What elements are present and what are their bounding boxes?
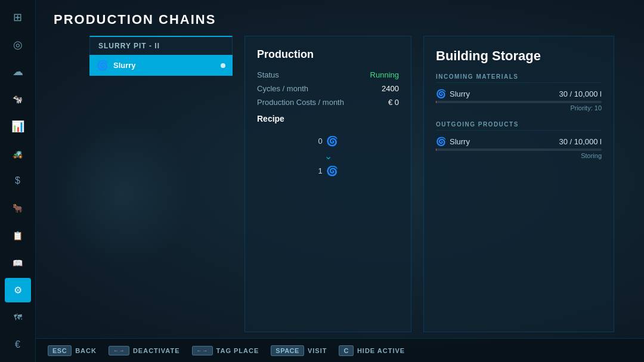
sidebar-item-overview[interactable]: ⊞ <box>5 5 31 30</box>
outgoing-products-label: OUTGOING PRODUCTS <box>436 121 602 131</box>
hide-label: HIDE ACTIVE <box>357 347 405 354</box>
sidebar-item-map[interactable]: 🗺 <box>5 305 31 330</box>
key-action-esc: ESC BACK <box>48 345 97 356</box>
status-value: Running <box>370 70 399 79</box>
recipe-input-item: 0 🌀 <box>318 135 338 147</box>
cycles-label: Cycles / month <box>257 84 308 93</box>
map-icon: 🗺 <box>14 313 22 322</box>
key-action-deactivate: ←→ DEACTIVATE <box>109 346 180 355</box>
costs-label: Production Costs / month <box>257 98 344 107</box>
production-title: Production <box>257 48 399 61</box>
chain-item-left: 🌀 Slurry <box>97 60 136 71</box>
visit-label: VISIT <box>308 347 327 354</box>
incoming-material-name: 🌀 Slurry <box>436 89 470 98</box>
recipe-input-amount: 0 <box>318 137 322 146</box>
cycles-value: 2400 <box>382 84 399 93</box>
sidebar: ⊞ ◎ ☁ 🐄 📊 🚜 $ 🐂 📋 📖 ⚙ 🗺 € <box>0 0 36 362</box>
stat-row-cycles: Cycles / month 2400 <box>257 84 399 93</box>
bottom-bar: ESC BACK ←→ DEACTIVATE ←→ TAG PLACE SPAC… <box>36 338 644 362</box>
incoming-material-slurry: 🌀 Slurry 30 / 10,000 l Priority: 10 <box>436 89 602 112</box>
book-icon: 📖 <box>13 258 23 268</box>
steering-icon: ◎ <box>13 38 23 51</box>
production-icon: ⚙ <box>14 284 22 296</box>
incoming-slurry-icon: 🌀 <box>436 89 446 98</box>
vehicles-icon: 🚜 <box>13 149 23 159</box>
recipe-output-amount: 1 <box>318 166 322 175</box>
economy-icon: € <box>15 339 20 350</box>
tagplace-key: ←→ <box>192 346 213 355</box>
status-label: Status <box>257 70 279 79</box>
animals-icon: 🐄 <box>13 94 23 104</box>
outgoing-material-amount: 30 / 10,000 l <box>559 137 602 146</box>
cattle-icon: 🐂 <box>13 203 23 213</box>
incoming-priority: Priority: 10 <box>436 104 602 112</box>
outgoing-status: Storing <box>436 152 602 159</box>
costs-value: € 0 <box>388 98 399 107</box>
visit-key[interactable]: SPACE <box>271 345 304 356</box>
stat-row-status: Status Running <box>257 70 399 79</box>
sidebar-item-weather[interactable]: ☁ <box>5 60 31 85</box>
chain-item-slurry[interactable]: 🌀 Slurry <box>89 55 233 76</box>
recipe-arrow: ⌄ <box>324 150 332 162</box>
finance-icon: $ <box>15 175 20 186</box>
incoming-material-amount: 30 / 10,000 l <box>559 89 602 98</box>
key-action-tagplace: ←→ TAG PLACE <box>192 346 259 355</box>
outgoing-section: OUTGOING PRODUCTS 🌀 Slurry 30 / 10,000 l <box>436 121 602 159</box>
recipe-title: Recipe <box>257 114 399 123</box>
stats-icon: 📊 <box>11 120 24 133</box>
sidebar-item-book[interactable]: 📖 <box>5 250 31 276</box>
outgoing-bar-fill <box>436 148 436 151</box>
recipe-area: 0 🌀 ⌄ 1 🌀 <box>257 135 399 177</box>
key-action-visit: SPACE VISIT <box>271 345 327 356</box>
sidebar-item-economy[interactable]: € <box>5 332 31 357</box>
chain-panel: SLURRY PIT - II 🌀 Slurry <box>89 36 233 76</box>
sidebar-item-tasks[interactable]: 📋 <box>5 223 31 248</box>
storage-panel: Building Storage INCOMING MATERIALS 🌀 Sl… <box>423 36 614 332</box>
outgoing-material-name: 🌀 Slurry <box>436 137 470 146</box>
production-panel: Production Status Running Cycles / month… <box>244 36 411 332</box>
sidebar-item-production[interactable]: ⚙ <box>5 278 31 303</box>
deactivate-key: ←→ <box>109 346 129 355</box>
recipe-output-item: 1 🌀 <box>318 165 338 177</box>
incoming-materials-label: INCOMING MATERIALS <box>436 73 602 83</box>
tagplace-label[interactable]: TAG PLACE <box>216 347 259 354</box>
sidebar-item-stats[interactable]: 📊 <box>5 114 31 139</box>
overview-icon: ⊞ <box>13 11 22 24</box>
tasks-icon: 📋 <box>13 231 23 240</box>
incoming-material-header: 🌀 Slurry 30 / 10,000 l <box>436 89 602 98</box>
sidebar-item-cattle[interactable]: 🐂 <box>5 196 31 221</box>
incoming-bar-fill <box>436 101 436 103</box>
sidebar-item-steering[interactable]: ◎ <box>5 32 31 57</box>
recipe-output-icon: 🌀 <box>326 165 338 177</box>
chain-header: SLURRY PIT - II <box>89 36 233 55</box>
hide-key[interactable]: C <box>339 345 353 356</box>
outgoing-material-label: Slurry <box>450 137 470 146</box>
outgoing-slurry-icon: 🌀 <box>436 137 446 146</box>
stat-row-costs: Production Costs / month € 0 <box>257 98 399 107</box>
chain-item-dot <box>221 63 225 68</box>
sidebar-item-vehicles[interactable]: 🚜 <box>5 141 31 166</box>
main-content: PRODUCTION CHAINS SLURRY PIT - II 🌀 Slur… <box>36 0 644 338</box>
outgoing-material-slurry: 🌀 Slurry 30 / 10,000 l Storing <box>436 137 602 159</box>
sidebar-item-animals[interactable]: 🐄 <box>5 86 31 112</box>
outgoing-material-header: 🌀 Slurry 30 / 10,000 l <box>436 137 602 146</box>
deactivate-label[interactable]: DEACTIVATE <box>133 347 180 354</box>
slurry-chain-icon: 🌀 <box>97 60 109 71</box>
weather-icon: ☁ <box>13 65 23 78</box>
page-title: PRODUCTION CHAINS <box>54 12 626 27</box>
key-action-hide: C HIDE ACTIVE <box>339 345 405 356</box>
storage-title: Building Storage <box>436 48 602 64</box>
incoming-bar-bg <box>436 101 602 103</box>
recipe-input-icon: 🌀 <box>326 135 338 147</box>
incoming-material-label: Slurry <box>450 89 470 98</box>
esc-key[interactable]: ESC <box>48 345 72 356</box>
esc-label: BACK <box>75 347 97 354</box>
chain-item-label: Slurry <box>113 61 136 70</box>
outgoing-bar-bg <box>436 148 602 151</box>
sidebar-item-finance[interactable]: $ <box>5 169 31 194</box>
